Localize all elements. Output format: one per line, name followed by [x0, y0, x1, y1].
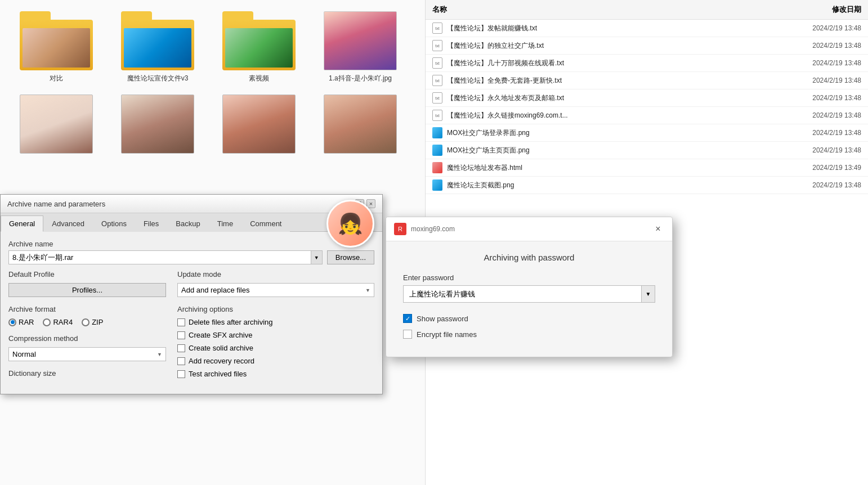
file-date: 2024/2/19 13:48 [777, 77, 861, 84]
dict-size-section: Dictionary size [8, 369, 166, 378]
avatar-emoji: 👧 [338, 212, 363, 236]
compression-section: Compression method Normal ▼ [8, 334, 166, 361]
checkbox-delete-after[interactable]: Delete files after archiving [177, 318, 374, 326]
txt-icon: txt [432, 75, 442, 86]
file-date: 2024/2/19 13:48 [777, 59, 861, 67]
encrypt-filenames-label: Encrypt file names [417, 330, 477, 339]
txt-icon: txt [432, 23, 442, 34]
archive-dialog-tabs: General Advanced Options Files Backup Ti… [1, 213, 382, 232]
tab-backup[interactable]: Backup [167, 215, 208, 232]
checkbox-add-recovery[interactable]: Add recovery record [177, 357, 374, 365]
file-date: 2024/2/19 13:48 [777, 42, 861, 50]
checkbox-create-solid[interactable]: Create solid archive [177, 344, 374, 352]
checkbox-test-archived[interactable]: Test archived files [177, 370, 374, 378]
default-profile-section: Default Profile Profiles... [8, 270, 166, 297]
file-date: 2024/2/19 13:48 [777, 24, 861, 32]
list-item[interactable]: MOX社交广场主页页面.png 2024/2/19 13:48 [426, 142, 868, 159]
file-name: MOX社交广场登录界面.png [447, 128, 777, 138]
compression-dropdown[interactable]: Normal ▼ [8, 347, 166, 361]
checkbox-icon [177, 344, 185, 352]
dropdown-arrow-icon[interactable]: ▼ [311, 251, 322, 264]
png-icon [432, 145, 442, 156]
folder-icon [222, 11, 296, 70]
folder-label: 素视频 [249, 74, 269, 83]
file-name: 魔性论坛地址发布器.html [447, 163, 777, 173]
folder-icon [20, 11, 93, 70]
profiles-button[interactable]: Profiles... [8, 283, 166, 297]
file-list-header: 名称 修改日期 [426, 0, 868, 20]
file-name: 【魔性论坛】永久地址发布页及邮箱.txt [447, 93, 777, 103]
radio-rar[interactable]: RAR [8, 318, 34, 326]
txt-icon: txt [432, 92, 442, 104]
list-item[interactable]: 魔性论坛主页截图.png 2024/2/19 13:48 [426, 177, 868, 194]
tab-comment[interactable]: Comment [241, 215, 290, 232]
image-item-4[interactable] [315, 95, 405, 154]
avatar-overlay: 👧 [326, 200, 383, 267]
image-thumbnail [324, 95, 397, 154]
file-name: 【魔性论坛】几十万部视频在线观看.txt [447, 59, 777, 68]
list-item[interactable]: txt 【魔性论坛】永久链接moxing69.com.t... 2024/2/1… [426, 107, 868, 124]
dropdown-arrow-icon: ▼ [157, 352, 162, 357]
archive-name-input[interactable] [9, 251, 311, 264]
tab-files[interactable]: Files [135, 215, 167, 232]
radio-zip-circle [82, 318, 90, 326]
show-password-checkbox[interactable] [403, 314, 412, 323]
update-mode-dropdown[interactable]: Add and replace files ▼ [177, 283, 374, 297]
password-input[interactable] [404, 286, 641, 302]
file-label: 1.a抖音-是小朱吖.jpg [329, 74, 392, 83]
header-date-col: 修改日期 [777, 5, 861, 15]
checkbox-label: Create solid archive [189, 344, 253, 352]
txt-icon: txt [432, 40, 442, 51]
image-item-jpg[interactable]: 1.a抖音-是小朱吖.jpg [315, 11, 405, 83]
encrypt-filenames-checkbox[interactable] [403, 330, 412, 339]
folder-item-suvideo[interactable]: 素视频 [214, 11, 304, 83]
file-date: 2024/2/19 13:48 [777, 94, 861, 102]
list-item[interactable]: MOX社交广场登录界面.png 2024/2/19 13:48 [426, 124, 868, 142]
list-item[interactable]: 魔性论坛地址发布器.html 2024/2/19 13:49 [426, 159, 868, 177]
list-item[interactable]: txt 【魔性论坛】发帖就能赚钱.txt 2024/2/19 13:48 [426, 20, 868, 37]
file-name: 【魔性论坛】全免费-无套路-更新快.txt [447, 76, 777, 86]
checkbox-icon [177, 331, 185, 339]
dropdown-arrow-icon: ▼ [365, 288, 370, 293]
txt-icon: txt [432, 110, 442, 121]
radio-rar4-circle [43, 318, 51, 326]
archive-dialog-title: Archive name and parameters [7, 200, 105, 208]
file-name: MOX社交广场主页页面.png [447, 146, 777, 155]
archive-dialog-body: Archive name ▼ Browse... Default Profile… [1, 232, 382, 394]
folder-item-moxing[interactable]: 魔性论坛宣传文件v3 [113, 11, 203, 83]
archive-format-label: Archive format [8, 305, 166, 313]
image-item-2[interactable] [113, 95, 203, 154]
radio-zip[interactable]: ZIP [82, 318, 103, 326]
archive-name-field-wrapper: ▼ [8, 250, 323, 264]
pwd-close-button[interactable]: × [652, 223, 664, 235]
header-name-col: 名称 [432, 5, 777, 15]
image-item-1[interactable] [11, 95, 101, 154]
archiving-options-section: Archiving options Delete files after arc… [177, 305, 374, 378]
folder-label: 魔性论坛宣传文件v3 [127, 74, 189, 83]
file-name: 【魔性论坛】的独立社交广场.txt [447, 41, 777, 51]
image-item-3[interactable] [214, 95, 304, 154]
tab-general[interactable]: General [1, 215, 43, 232]
list-item[interactable]: txt 【魔性论坛】永久地址发布页及邮箱.txt 2024/2/19 13:48 [426, 89, 868, 107]
tab-advanced[interactable]: Advanced [43, 215, 93, 232]
list-item[interactable]: txt 【魔性论坛】全免费-无套路-更新快.txt 2024/2/19 13:4… [426, 72, 868, 89]
encrypt-filenames-row[interactable]: Encrypt file names [403, 330, 655, 339]
checkbox-create-sfx[interactable]: Create SFX archive [177, 331, 374, 339]
tab-time[interactable]: Time [209, 215, 241, 232]
image-thumbnail [121, 95, 194, 154]
radio-rar4-label: RAR4 [53, 318, 73, 326]
password-dialog: R moxing69.com × Archiving with password… [386, 217, 673, 357]
list-item[interactable]: txt 【魔性论坛】几十万部视频在线观看.txt 2024/2/19 13:48 [426, 55, 868, 72]
compression-value: Normal [12, 350, 36, 358]
password-dropdown-arrow-icon[interactable]: ▼ [641, 286, 655, 302]
tab-options[interactable]: Options [93, 215, 135, 232]
list-item[interactable]: txt 【魔性论坛】的独立社交广场.txt 2024/2/19 13:48 [426, 37, 868, 55]
file-date: 2024/2/19 13:48 [777, 181, 861, 189]
radio-rar4[interactable]: RAR4 [43, 318, 73, 326]
compression-row: Normal ▼ [8, 347, 166, 361]
pwd-title-left: R moxing69.com [394, 223, 455, 235]
two-col-section: Default Profile Profiles... Archive form… [8, 270, 374, 386]
show-password-row[interactable]: Show password [403, 314, 655, 323]
folder-icon [121, 11, 194, 70]
folder-item-duibi[interactable]: 对比 [11, 11, 101, 83]
